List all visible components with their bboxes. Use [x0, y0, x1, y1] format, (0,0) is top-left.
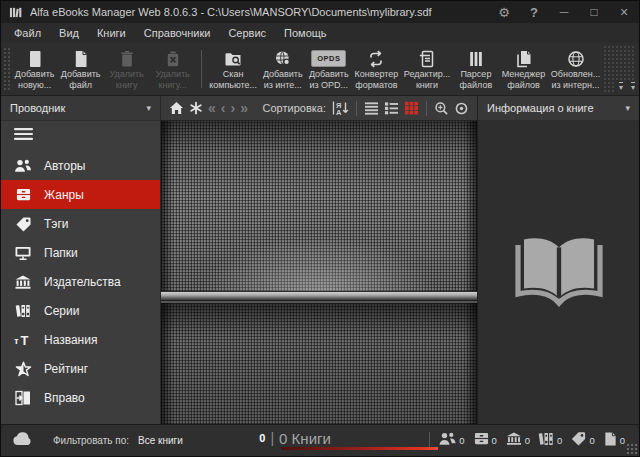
authors-icon — [438, 431, 457, 450]
cloud-icon[interactable] — [11, 431, 35, 450]
explorer-header-label: Проводник — [10, 102, 65, 114]
main-toolbar: Добавитьновую... Добавитьфайл Удалитькни… — [1, 43, 639, 96]
bank-icon — [13, 274, 33, 290]
zoom-icon[interactable] — [434, 101, 449, 116]
chevron-down-icon[interactable]: ▾ — [625, 103, 630, 113]
menu-file[interactable]: Файл — [5, 25, 50, 41]
chevron-down-icon[interactable]: ▾ — [146, 103, 151, 113]
file-parser-button[interactable]: Парсерфайлов — [453, 45, 499, 93]
parser-bars-icon — [466, 48, 486, 69]
toolbar-button-label: Добавитьиз инте... — [263, 69, 303, 90]
bookshelf-back-panel — [161, 121, 477, 291]
add-new-book-button[interactable]: Добавитьновую... — [12, 45, 58, 93]
delete-book-button[interactable]: Удалитькнигу — [104, 45, 150, 93]
sidebar-item-dock-right[interactable]: Вправо — [1, 383, 160, 412]
book-placeholder-area — [478, 121, 639, 424]
resize-grip[interactable] — [627, 444, 638, 455]
trash-x-icon — [163, 48, 183, 69]
prev-page-icon[interactable]: ‹ — [221, 101, 226, 115]
dock-right-icon — [13, 390, 33, 406]
trash-icon — [117, 48, 137, 69]
edit-book-button[interactable]: Редактир...книги — [401, 45, 453, 93]
sidebar-item-genres[interactable]: Жанры — [1, 180, 160, 209]
settings-gear-icon[interactable]: ⚙ — [489, 1, 519, 23]
home-icon[interactable] — [169, 101, 184, 115]
toolbar-button-label: Редактир...книги — [404, 69, 450, 90]
sidebar-item-titles[interactable]: тТ Названия — [1, 325, 160, 354]
books-counter: 0 — [603, 431, 625, 451]
publishers-counter: 0 — [505, 431, 530, 450]
copy-pages-icon — [514, 48, 534, 69]
sidebar-item-series[interactable]: Серии — [1, 296, 160, 325]
sort-order-icon[interactable]: ЯА — [331, 100, 349, 116]
toolbar-button-label: Добавитьновую... — [15, 69, 55, 90]
monitor-icon — [13, 245, 33, 261]
grid-view-icon[interactable] — [404, 101, 419, 115]
add-from-internet-button[interactable]: Добавитьиз инте... — [260, 45, 306, 93]
toolbar-overflow-area: ▾ ▾ — [603, 45, 635, 93]
scan-computer-button[interactable]: Сканкомпьюте... — [207, 45, 260, 93]
preview-eye-icon[interactable] — [454, 101, 469, 116]
detail-view-icon[interactable] — [384, 101, 399, 115]
close-button[interactable]: × — [609, 1, 639, 23]
sidebar-item-tags[interactable]: Тэги — [1, 209, 160, 238]
menu-view[interactable]: Вид — [50, 25, 88, 41]
menu-bar: Файл Вид Книги Справочники Сервис Помощь — [1, 23, 639, 43]
update-from-internet-button[interactable]: Обновлен...из интерн... — [548, 45, 603, 93]
toolbar-grip[interactable] — [3, 47, 10, 91]
toolbar-button-label: Менеджерфайлов — [502, 69, 546, 90]
authors-icon — [13, 158, 33, 173]
sidebar-item-folders[interactable]: Папки — [1, 238, 160, 267]
sidebar-item-label: Названия — [44, 333, 97, 347]
explorer-header[interactable]: Проводник ▾ — [1, 96, 160, 121]
bookshelf-lower-panel — [161, 303, 477, 424]
opds-badge-icon: OPDS — [311, 48, 346, 69]
sidebar-menu-button[interactable] — [1, 121, 160, 151]
menu-service[interactable]: Сервис — [219, 25, 275, 41]
menu-books[interactable]: Книги — [88, 25, 135, 41]
list-view-icon[interactable] — [364, 101, 379, 115]
toolbar-button-label: Удалитькнигу — [109, 69, 143, 90]
maximize-button[interactable]: □ — [579, 1, 609, 23]
toolbar-button-label: Сканкомпьюте... — [209, 69, 257, 90]
book-info-header[interactable]: Информация о книге ▾ — [478, 96, 639, 121]
book-browser: « ‹ › » Сортировка: ЯА — [161, 96, 477, 424]
format-converter-button[interactable]: Конвертерформатов — [352, 45, 401, 93]
sidebar-item-rating[interactable]: Рейтинг — [1, 354, 160, 383]
add-file-button[interactable]: Добавитьфайл — [58, 45, 104, 93]
sidebar-item-publishers[interactable]: Издательства — [1, 267, 160, 296]
titles-icon: тТ — [13, 332, 33, 347]
delete-book-more-button[interactable]: Удалитькнигу... — [150, 45, 196, 93]
sidebar-item-label: Издательства — [44, 275, 121, 289]
tags-counter: 0 — [570, 431, 594, 450]
tag-icon — [13, 216, 33, 232]
sidebar-item-label: Вправо — [44, 391, 85, 405]
total-count: 0 Книги — [279, 430, 331, 447]
count-separator: | — [270, 430, 274, 446]
file-manager-button[interactable]: Менеджерфайлов — [499, 45, 548, 93]
binders-icon — [538, 431, 555, 450]
book-info-panel: Информация о книге ▾ — [477, 96, 639, 424]
asterisk-icon[interactable] — [189, 101, 203, 115]
minimize-button[interactable]: ─ — [549, 1, 579, 23]
toolbar-button-label: Обновлен...из интерн... — [551, 69, 600, 90]
sidebar-item-authors[interactable]: Авторы — [1, 151, 160, 180]
new-document-icon — [25, 48, 45, 69]
toolbar-overflow-icon[interactable]: ▾ — [631, 82, 635, 92]
menu-help[interactable]: Помощь — [275, 25, 336, 41]
filter-zone: Фильтровать по: Все книги — [1, 431, 161, 450]
next-page-icon[interactable]: › — [230, 101, 235, 115]
last-page-icon[interactable]: » — [240, 101, 248, 115]
bank-icon — [505, 431, 523, 450]
help-icon[interactable]: ? — [519, 1, 549, 23]
status-bar: Фильтровать по: Все книги 0 | 0 Книги 0 … — [1, 424, 639, 456]
svg-text:Т: Т — [21, 333, 29, 347]
menu-references[interactable]: Справочники — [135, 25, 220, 41]
sort-label: Сортировка: — [263, 102, 326, 114]
toolbar-button-label: Парсерфайлов — [460, 69, 493, 90]
add-from-opds-button[interactable]: OPDS Добавитьиз OPD... — [306, 45, 352, 93]
counters-zone: 0 0 0 0 — [429, 431, 639, 451]
first-page-icon[interactable]: « — [208, 101, 216, 115]
toolbar-button-label: Добавитьиз OPD... — [309, 69, 349, 90]
toolbar-overflow-icon[interactable]: ▾ — [619, 82, 623, 92]
